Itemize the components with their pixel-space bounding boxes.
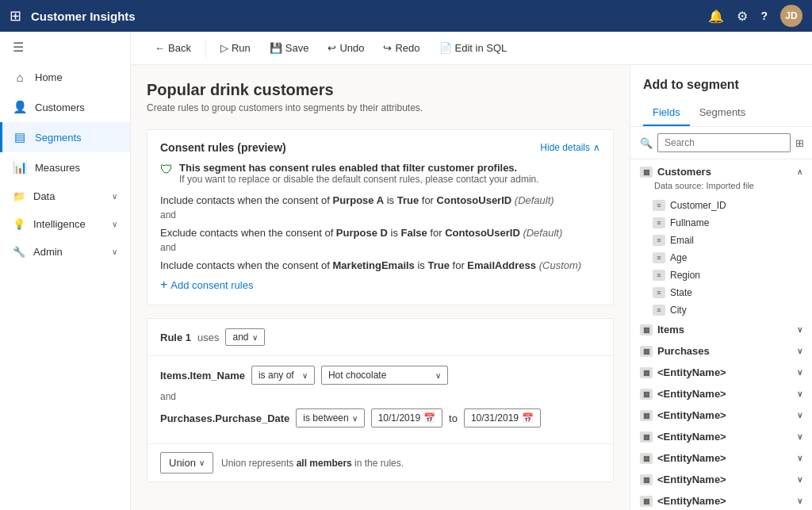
right-panel: Add to segment Fields Segments 🔍 ⊞ ▦ Cus… <box>630 65 812 510</box>
sidebar-label-customers: Customers <box>35 102 85 113</box>
right-panel-title: Add to segment <box>630 65 812 100</box>
chevron-down-icon: ∨ <box>797 368 802 377</box>
consent-alert: 🛡 This segment has consent rules enabled… <box>160 162 600 185</box>
customers-icon: 👤 <box>13 100 27 114</box>
entity-name-row-4[interactable]: ▦ <EntityName> ∨ <box>630 426 812 447</box>
entity-name-row-7[interactable]: ▦ <EntityName> ∨ <box>630 490 812 510</box>
alert-sub-text: If you want to replace or disable the de… <box>179 174 539 185</box>
table-icon: ▦ <box>640 453 653 464</box>
footer-bar: Union ∨ Union represents all members in … <box>147 443 613 481</box>
consent-body: 🛡 This segment has consent rules enabled… <box>147 162 613 305</box>
field-state[interactable]: ≡ State <box>630 284 812 301</box>
page-content: Popular drink customers Create rules to … <box>131 65 812 510</box>
chevron-down-icon: ∨ <box>199 458 205 467</box>
rule-row-1: Items.Item_Name is any of ∨ Hot chocolat… <box>160 366 600 385</box>
field-icon: ≡ <box>653 287 665 298</box>
rule-condition-2-select[interactable]: is between ∨ <box>296 408 364 428</box>
page-subtitle: Create rules to group customers into seg… <box>147 102 614 113</box>
redo-button[interactable]: ↪ Redo <box>375 38 427 58</box>
sidebar-label-intelligence: Intelligence <box>33 218 86 230</box>
sidebar-item-data[interactable]: 📁 Data ∨ <box>0 182 130 210</box>
rule-field-2: Purchases.Purchase_Date <box>160 412 289 424</box>
field-customer-id[interactable]: ≡ Customer_ID <box>630 197 812 214</box>
chevron-down-icon: ∨ <box>797 325 802 334</box>
help-icon[interactable]: ? <box>760 10 768 22</box>
chevron-down-icon: ∨ <box>112 247 117 256</box>
bell-icon[interactable]: 🔔 <box>708 9 724 24</box>
avatar[interactable]: JD <box>780 5 802 27</box>
command-bar: ← Back ▷ Run 💾 Save ↩ Undo ↪ Redo 📄 <box>131 32 812 65</box>
redo-icon: ↪ <box>383 42 392 54</box>
chevron-down-icon: ∨ <box>112 192 117 201</box>
data-icon: 📁 <box>13 190 25 202</box>
undo-button[interactable]: ↩ Undo <box>320 38 372 58</box>
entity-purchases-row[interactable]: ▦ Purchases ∨ <box>630 340 812 362</box>
chevron-down-icon: ∨ <box>352 414 358 423</box>
back-icon: ← <box>155 42 165 54</box>
entity-name-row-6[interactable]: ▦ <EntityName> ∨ <box>630 469 812 490</box>
consent-rule-2: Exclude contacts when the consent of Pur… <box>160 227 600 239</box>
consent-and-2: and <box>160 242 600 253</box>
right-panel-tabs: Fields Segments <box>630 100 812 127</box>
entity-name-row-1[interactable]: ▦ <EntityName> ∨ <box>630 362 812 383</box>
entity-items-row[interactable]: ▦ Items ∨ <box>630 319 812 340</box>
sidebar-item-intelligence[interactable]: 💡 Intelligence ∨ <box>0 210 130 238</box>
save-icon: 💾 <box>270 42 282 54</box>
sidebar-item-measures[interactable]: 📊 Measures <box>0 152 130 182</box>
field-fullname[interactable]: ≡ Fullname <box>630 214 812 232</box>
filter-icon[interactable]: ⊞ <box>795 137 804 149</box>
date-input-1[interactable]: 10/1/2019 📅 <box>371 408 442 428</box>
hide-details-button[interactable]: Hide details ∧ <box>540 142 600 153</box>
sidebar-item-segments[interactable]: ▤ Segments <box>0 122 130 152</box>
alert-main-text: This segment has consent rules enabled t… <box>179 162 517 174</box>
admin-icon: 🔧 <box>13 246 25 258</box>
tab-segments[interactable]: Segments <box>690 100 756 126</box>
search-input[interactable] <box>657 133 791 152</box>
table-icon: ▦ <box>640 324 653 336</box>
chevron-down-icon: ∨ <box>252 333 258 342</box>
intelligence-icon: 💡 <box>13 218 25 230</box>
rule-condition-1-select[interactable]: is any of ∨ <box>251 366 315 385</box>
chevron-up-icon: ∧ <box>593 142 600 153</box>
rule-field-1: Items.Item_Name <box>160 370 245 382</box>
add-consent-button[interactable]: + Add consent rules <box>160 278 253 292</box>
entity-name-row-5[interactable]: ▦ <EntityName> ∨ <box>630 447 812 469</box>
rule-value-1[interactable]: Hot chocolate ∨ <box>321 366 448 385</box>
home-icon: ⌂ <box>13 71 27 84</box>
sidebar-item-customers[interactable]: 👤 Customers <box>0 92 130 122</box>
save-button[interactable]: 💾 Save <box>262 38 317 58</box>
chevron-down-icon: ∨ <box>112 220 117 228</box>
sidebar-label-segments: Segments <box>35 132 82 144</box>
union-button[interactable]: Union ∨ <box>160 452 213 474</box>
union-label: Union <box>169 457 196 469</box>
chevron-down-icon: ∨ <box>797 432 802 441</box>
content-area: ← Back ▷ Run 💾 Save ↩ Undo ↪ Redo 📄 <box>131 32 812 510</box>
measures-icon: 📊 <box>13 160 27 174</box>
sidebar-label-admin: Admin <box>33 246 63 258</box>
main-panel: Popular drink customers Create rules to … <box>131 65 630 510</box>
topbar: ⊞ Customer Insights 🔔 ⚙ ? JD <box>0 0 812 32</box>
date-input-2[interactable]: 10/31/2019 📅 <box>464 408 541 428</box>
topbar-actions: 🔔 ⚙ ? JD <box>708 5 802 27</box>
calendar-icon: 📅 <box>522 412 534 424</box>
table-icon: ▦ <box>640 346 653 357</box>
entity-customers-source: Data source: Imported file <box>630 181 812 197</box>
edit-sql-button[interactable]: 📄 Edit in SQL <box>431 38 515 58</box>
settings-icon[interactable]: ⚙ <box>737 9 748 24</box>
run-button[interactable]: ▷ Run <box>213 38 259 58</box>
rule-operator-button[interactable]: and ∨ <box>225 328 264 346</box>
entity-name-row-3[interactable]: ▦ <EntityName> ∨ <box>630 405 812 426</box>
entity-customers-header[interactable]: ▦ Customers ∧ <box>630 159 812 181</box>
field-email[interactable]: ≡ Email <box>630 232 812 249</box>
hamburger-icon[interactable]: ☰ <box>0 32 130 63</box>
grid-icon[interactable]: ⊞ <box>10 7 21 25</box>
field-region[interactable]: ≡ Region <box>630 267 812 284</box>
field-city[interactable]: ≡ City <box>630 301 812 319</box>
field-age[interactable]: ≡ Age <box>630 249 812 267</box>
tab-fields[interactable]: Fields <box>643 100 690 126</box>
run-icon: ▷ <box>220 42 228 54</box>
sidebar-item-admin[interactable]: 🔧 Admin ∨ <box>0 238 130 266</box>
sidebar-item-home[interactable]: ⌂ Home <box>0 63 130 92</box>
back-button[interactable]: ← Back <box>147 38 199 58</box>
entity-name-row-2[interactable]: ▦ <EntityName> ∨ <box>630 383 812 405</box>
